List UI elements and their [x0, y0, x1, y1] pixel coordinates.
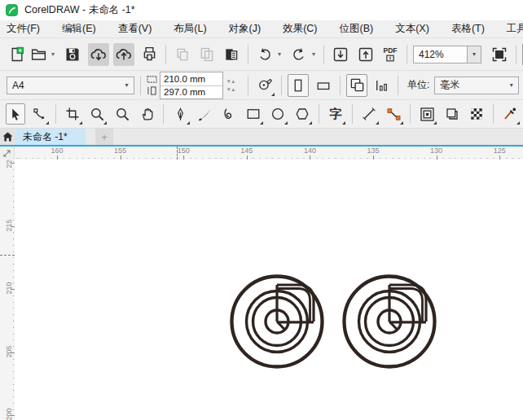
dimension-tool[interactable]	[358, 103, 380, 125]
current-page-button[interactable]	[371, 74, 392, 97]
plus-icon: +	[101, 131, 108, 143]
portrait-orientation-button[interactable]	[288, 74, 309, 97]
magnifier-icon	[115, 107, 130, 122]
hruler-tick-label: 145	[240, 147, 253, 155]
ellipse-tool[interactable]	[267, 103, 288, 125]
cut-icon	[174, 46, 191, 63]
text-tool[interactable]: 字	[325, 103, 346, 125]
import-button[interactable]	[330, 43, 351, 66]
publish-pdf-button[interactable]: PDF	[380, 43, 401, 66]
redo-dropdown-caret[interactable]: ▾	[310, 50, 318, 58]
crop-tool[interactable]	[62, 103, 83, 125]
menu-bar: 文件(F) 编辑(E) 查看(V) 布局(L) 对象(J) 效果(C) 位图(B…	[0, 20, 523, 38]
new-document-button[interactable]	[7, 43, 28, 66]
concentric-circles-object[interactable]	[228, 273, 326, 370]
menu-edit[interactable]: 编辑(E)	[62, 22, 96, 36]
toolbar-separator	[407, 45, 407, 64]
pen-tool[interactable]	[169, 103, 191, 125]
bspline-tool[interactable]	[218, 103, 240, 125]
menu-file[interactable]: 文件(F)	[7, 22, 40, 36]
transparency-tool[interactable]	[466, 103, 487, 125]
connector-tool[interactable]	[383, 103, 404, 125]
redo-icon	[291, 46, 307, 63]
menu-bitmaps[interactable]: 位图(B)	[340, 22, 374, 36]
menu-layout[interactable]: 布局(L)	[174, 22, 206, 36]
landscape-orientation-button[interactable]	[313, 74, 334, 97]
zoom-tool[interactable]	[86, 103, 108, 125]
menu-table[interactable]: 表格(T)	[451, 22, 485, 36]
open-button[interactable]	[28, 43, 49, 66]
vruler-tick-label: 215	[5, 217, 13, 234]
pdf-icon: PDF	[384, 47, 398, 55]
undo-button[interactable]	[254, 43, 275, 66]
page-width-spinner[interactable]: ▾▴	[227, 78, 236, 84]
print-button[interactable]	[138, 43, 160, 66]
drop-shadow-tool[interactable]	[442, 103, 463, 125]
zoom-level-caret[interactable]: ▾	[467, 46, 481, 63]
ellipse-icon	[270, 107, 285, 121]
toolbox-separator	[493, 104, 494, 124]
hand-icon	[139, 107, 155, 122]
toolbox-separator	[352, 104, 353, 124]
pan-tool[interactable]	[136, 103, 157, 125]
contour-icon	[420, 107, 435, 122]
home-icon	[2, 132, 13, 142]
paintbrush-tool[interactable]	[194, 103, 215, 125]
all-pages-button[interactable]	[346, 74, 367, 97]
eyedropper-icon	[503, 107, 517, 121]
undo-dropdown-caret[interactable]: ▾	[275, 50, 283, 58]
hruler-tick-label: 155	[114, 147, 126, 155]
property-bar: A4 ▾ 210.0 mm 297.0 mm ▾▴ ▾▴	[0, 71, 523, 100]
document-tab-active[interactable]: 未命名 -1*	[15, 129, 86, 145]
ruler-origin-corner[interactable]	[0, 147, 15, 160]
paste-button[interactable]	[221, 43, 242, 66]
open-folder-icon	[30, 46, 47, 63]
export-icon	[358, 46, 374, 63]
menu-view[interactable]: 查看(V)	[118, 22, 152, 36]
save-button[interactable]	[62, 43, 83, 66]
polygon-tool[interactable]	[292, 103, 313, 125]
redo-button[interactable]	[288, 43, 310, 66]
text-tool-icon: 字	[330, 107, 342, 122]
contour-tool[interactable]	[416, 103, 437, 125]
units-caret[interactable]: ▾	[504, 77, 518, 94]
units-label: 单位:	[407, 78, 429, 92]
save-to-cloud-button[interactable]	[113, 43, 134, 66]
page-height-spinner[interactable]: ▾▴	[227, 86, 236, 92]
zoom-secondary-tool[interactable]	[112, 103, 133, 125]
export-button[interactable]	[355, 43, 376, 66]
hruler-tick-label: 160	[51, 147, 63, 155]
concentric-circles-object[interactable]	[341, 273, 438, 370]
menu-object[interactable]: 对象(J)	[229, 22, 262, 36]
hruler-minor-ticks	[15, 158, 523, 159]
fullscreen-preview-button[interactable]	[489, 43, 510, 66]
drawing-scale-button[interactable]	[254, 74, 275, 97]
eyedropper-tool[interactable]	[499, 103, 521, 125]
menu-effects[interactable]: 效果(C)	[283, 22, 317, 36]
zoom-level-combobox[interactable]: 412% ▾	[413, 46, 481, 63]
vruler-tick-label: 220	[5, 160, 13, 170]
home-tab-button[interactable]	[0, 129, 15, 145]
pick-tool[interactable]	[6, 103, 25, 125]
new-tab-button[interactable]: +	[95, 129, 113, 145]
page-bars-icon	[374, 78, 389, 93]
page-height-input[interactable]: 297.0 mm	[160, 85, 222, 98]
open-from-cloud-button[interactable]	[88, 43, 109, 66]
horizontal-ruler[interactable]: 160155150145140135130125	[15, 147, 523, 160]
units-combobox[interactable]: 毫米 ▾	[434, 77, 519, 94]
open-dropdown-caret[interactable]: ▾	[49, 50, 57, 58]
drawing-canvas[interactable]	[15, 160, 523, 420]
document-tab-bar: 未命名 -1* +	[0, 129, 523, 145]
shape-tool[interactable]	[29, 103, 50, 125]
page-preset-combobox[interactable]: A4 ▾	[7, 77, 134, 94]
toolbox-separator	[163, 104, 164, 124]
menu-text[interactable]: 文本(X)	[395, 22, 429, 36]
menu-tools[interactable]: 工具(O)	[507, 22, 523, 36]
page-preset-caret[interactable]: ▾	[120, 77, 134, 94]
vruler-tick-label: 205	[5, 343, 13, 360]
horizontal-ruler-row: 160155150145140135130125	[0, 147, 523, 160]
page-width-input[interactable]: 210.0 mm	[160, 72, 222, 85]
rectangle-tool[interactable]	[243, 103, 264, 125]
vertical-ruler[interactable]: 220215210205200	[0, 160, 15, 420]
zoom-level-value: 412%	[414, 49, 467, 60]
